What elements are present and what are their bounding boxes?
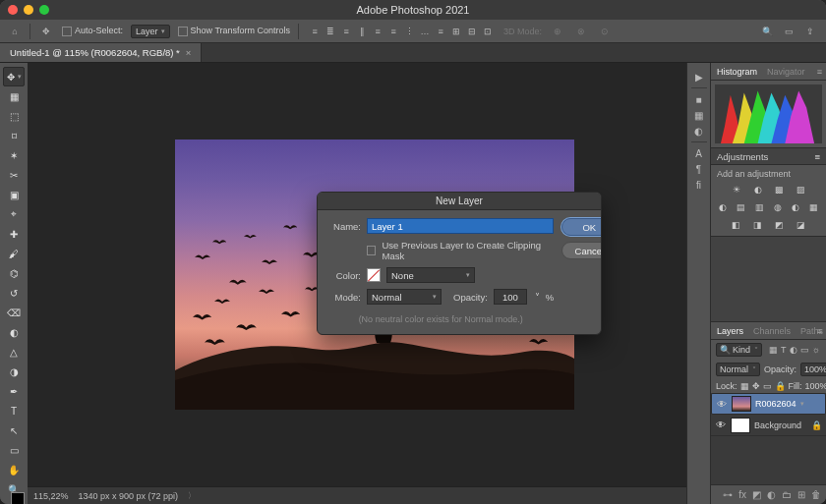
adjustment-layer-icon[interactable]: ◐ <box>767 489 776 500</box>
document-tab[interactable]: Untitled-1 @ 115% (R0062604, RGB/8) * × <box>0 43 202 62</box>
layer-mask-icon[interactable]: ◩ <box>752 489 761 500</box>
path-select-tool[interactable]: ↖ <box>3 420 25 440</box>
layer-name[interactable]: R0062604 <box>755 399 796 409</box>
layer-color-dropdown[interactable]: None <box>386 267 475 283</box>
blend-mode-dropdown[interactable]: Normal <box>716 363 760 376</box>
layer-filter-icon[interactable]: ▦ <box>769 345 778 355</box>
hand-tool[interactable]: ✋ <box>3 460 25 479</box>
delete-layer-icon[interactable]: 🗑 <box>811 489 821 500</box>
auto-select-dropdown[interactable]: Layer <box>131 25 170 38</box>
layer-fill-field[interactable]: 100% <box>805 381 826 391</box>
healing-tool[interactable]: ✚ <box>3 224 25 244</box>
adjustment-preset-icon[interactable]: ◍ <box>772 200 785 214</box>
lock-artboard-icon[interactable]: ▭ <box>763 381 772 391</box>
adjustment-preset-icon[interactable]: ▥ <box>753 200 766 214</box>
align-icon-7[interactable]: … <box>417 24 433 39</box>
layer-name[interactable]: Background <box>754 420 801 430</box>
layer-fx-icon[interactable]: fx <box>738 489 746 500</box>
adjustment-preset-icon[interactable]: ▩ <box>772 183 788 196</box>
mode-3d-icon-2[interactable]: ⊗ <box>573 24 589 39</box>
adjustment-preset-icon[interactable]: ▨ <box>794 183 809 196</box>
align-icon-9[interactable]: ⊞ <box>448 24 464 39</box>
layer-row[interactable]: 👁 R0062604 <box>711 393 826 415</box>
layer-name-input[interactable] <box>367 218 554 234</box>
type-tool[interactable]: T <box>3 401 25 420</box>
layer-thumbnail[interactable] <box>731 418 750 433</box>
blend-mode-dropdown[interactable]: Normal <box>367 289 442 305</box>
crop-tool[interactable]: ✂ <box>3 165 25 185</box>
home-button[interactable]: ⌂ <box>8 25 22 38</box>
panel-menu-icon[interactable]: ≡ <box>814 151 820 162</box>
blur-tool[interactable]: △ <box>3 342 25 362</box>
quick-select-tool[interactable]: ✶ <box>3 145 25 165</box>
gradients-icon[interactable]: ◐ <box>691 123 707 139</box>
align-icon-5[interactable]: ≡ <box>385 24 401 39</box>
align-icon-4[interactable]: ≡ <box>370 24 385 39</box>
background-swatch[interactable] <box>11 492 25 504</box>
marquee-tool[interactable]: ⬚ <box>3 106 25 126</box>
panel-menu-icon[interactable]: ≡ <box>817 326 822 336</box>
share-icon[interactable]: ⇪ <box>802 24 818 39</box>
tab-layers[interactable]: Layers <box>717 326 743 336</box>
zoom-level[interactable]: 115,22% <box>33 491 69 501</box>
link-layers-icon[interactable]: ⊶ <box>723 489 733 500</box>
layer-opacity-field[interactable]: 100% <box>800 363 826 376</box>
layer-thumbnail[interactable] <box>732 396 751 412</box>
workspace-icon[interactable]: ▭ <box>781 24 796 39</box>
clipping-mask-checkbox[interactable] <box>367 246 376 255</box>
glyphs-icon[interactable]: fi <box>691 177 707 193</box>
adjustment-preset-icon[interactable]: ◐ <box>717 200 730 214</box>
adjustment-preset-icon[interactable]: ◐ <box>750 183 766 196</box>
panel-menu-icon[interactable]: ≡ <box>817 67 822 77</box>
lock-position-icon[interactable]: ✥ <box>752 381 760 391</box>
dodge-tool[interactable]: ◑ <box>3 362 25 381</box>
brush-tool[interactable]: 🖌 <box>3 244 25 263</box>
tab-histogram[interactable]: Histogram <box>717 67 757 77</box>
move-tool[interactable]: ✥ <box>3 67 25 86</box>
adjustment-preset-icon[interactable]: ▦ <box>808 200 821 214</box>
layer-filter-icon[interactable]: ◐ <box>790 345 797 355</box>
search-icon[interactable]: 🔍 <box>759 24 775 39</box>
align-icon-10[interactable]: ⊟ <box>464 24 480 39</box>
visibility-toggle-icon[interactable]: 👁 <box>715 420 727 430</box>
close-tab-icon[interactable]: × <box>186 47 192 58</box>
tab-navigator[interactable]: Navigator <box>767 67 805 77</box>
character-icon[interactable]: A <box>691 145 707 161</box>
adjustment-preset-icon[interactable]: ▤ <box>736 200 748 214</box>
layer-filter-icon[interactable]: T <box>781 345 787 355</box>
layer-filter-icon[interactable]: ☼ <box>812 345 820 355</box>
paragraph-icon[interactable]: ¶ <box>691 161 707 177</box>
frame-tool[interactable]: ▣ <box>3 185 25 204</box>
color-icon[interactable]: ■ <box>691 91 707 107</box>
doc-info[interactable]: 1340 px x 900 px (72 ppi) <box>79 491 179 501</box>
mode-3d-icon-3[interactable]: ⊙ <box>597 24 613 39</box>
layer-group-icon[interactable]: 🗀 <box>782 489 792 500</box>
layer-filter-icon[interactable]: ▭ <box>800 345 809 355</box>
play-icon[interactable]: ▶ <box>691 69 707 84</box>
align-icon-2[interactable]: ≡ <box>338 24 354 39</box>
artboard-tool[interactable]: ▦ <box>3 86 25 106</box>
show-transform-checkbox[interactable]: Show Transform Controls <box>178 26 291 36</box>
new-layer-icon[interactable]: ⊞ <box>797 489 805 500</box>
adjustment-preset-icon[interactable]: ◩ <box>772 218 788 232</box>
auto-select-checkbox[interactable]: Auto-Select: <box>62 26 123 36</box>
adjustment-preset-icon[interactable]: ◧ <box>729 218 744 232</box>
rectangle-tool[interactable]: ▭ <box>3 440 25 460</box>
visibility-toggle-icon[interactable]: 👁 <box>716 399 728 410</box>
gradient-tool[interactable]: ◐ <box>3 322 25 342</box>
eraser-tool[interactable]: ⌫ <box>3 303 25 322</box>
swatches-icon[interactable]: ▦ <box>691 107 707 123</box>
lasso-tool[interactable]: ⌑ <box>3 126 25 145</box>
cancel-button[interactable]: Cancel <box>561 242 602 259</box>
adjustment-preset-icon[interactable]: ☀ <box>729 183 744 196</box>
align-icon-8[interactable]: ≡ <box>433 24 448 39</box>
lock-pixels-icon[interactable]: ▦ <box>740 381 749 391</box>
opacity-stepper-icon[interactable]: ˅ <box>535 292 540 303</box>
lock-all-icon[interactable]: 🔒 <box>775 381 786 391</box>
align-icon-0[interactable]: ≡ <box>307 24 323 39</box>
align-icon-6[interactable]: ⋮ <box>401 24 417 39</box>
history-brush-tool[interactable]: ↺ <box>3 283 25 303</box>
adjustment-preset-icon[interactable]: ◪ <box>794 218 809 232</box>
ok-button[interactable]: OK <box>561 218 602 236</box>
adjustment-preset-icon[interactable]: ◐ <box>790 200 802 214</box>
